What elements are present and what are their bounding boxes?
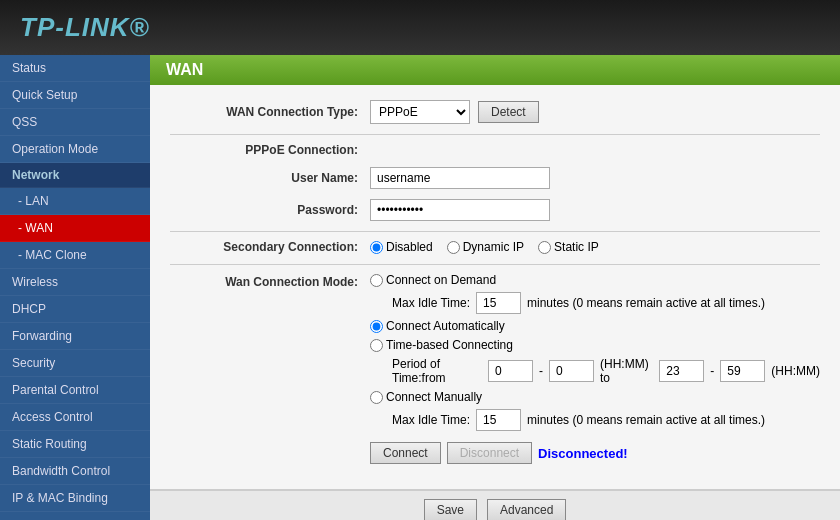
sidebar-item-access-control[interactable]: Access Control [0, 404, 150, 431]
sidebar-item-wan[interactable]: - WAN [0, 215, 150, 242]
secondary-disabled-label: Disabled [386, 240, 433, 254]
max-idle-suffix2: minutes (0 means remain active at all ti… [527, 413, 765, 427]
max-idle-suffix1: minutes (0 means remain active at all ti… [527, 296, 765, 310]
bottom-bar: Save Advanced [150, 489, 840, 520]
sidebar-item-lan[interactable]: - LAN [0, 188, 150, 215]
connect-automatically-radio[interactable] [370, 320, 383, 333]
pppoe-connection-row: PPPoE Connection: [170, 143, 820, 157]
period-label: Period of Time:from [392, 357, 482, 385]
connect-on-demand-label: Connect on Demand [386, 273, 496, 287]
time-hhmm-label: (HH:MM) to [600, 357, 653, 385]
time-based-row: Time-based Connecting [370, 338, 820, 352]
username-input[interactable] [370, 167, 550, 189]
secondary-connection-controls: Disabled Dynamic IP Static IP [370, 240, 599, 254]
time-hhmm2-label: (HH:MM) [771, 364, 820, 378]
secondary-disabled-radio[interactable] [370, 241, 383, 254]
sidebar-item-dynamic-dns[interactable]: Dynamic DNS [0, 512, 150, 520]
password-label: Password: [170, 203, 370, 217]
secondary-dynamic-ip-radio[interactable] [447, 241, 460, 254]
wan-connection-type-label: WAN Connection Type: [170, 105, 370, 119]
sidebar-item-bandwidth-control[interactable]: Bandwidth Control [0, 458, 150, 485]
save-button[interactable]: Save [424, 499, 477, 520]
sidebar-item-operation-mode[interactable]: Operation Mode [0, 136, 150, 163]
sidebar-item-security[interactable]: Security [0, 350, 150, 377]
secondary-static-ip-label: Static IP [554, 240, 599, 254]
logo: TP-LINK® [20, 12, 150, 43]
header: TP-LINK® [0, 0, 840, 55]
logo-text: TP-LINK [20, 12, 130, 42]
time-to1-input[interactable] [659, 360, 704, 382]
sidebar-item-status[interactable]: Status [0, 55, 150, 82]
sidebar-item-network[interactable]: Network [0, 163, 150, 188]
connect-manually-option[interactable]: Connect Manually [370, 390, 482, 404]
time-based-label: Time-based Connecting [386, 338, 513, 352]
wan-mode-options: Connect on Demand Max Idle Time: minutes… [370, 273, 820, 464]
wan-connection-type-controls: PPPoE Dynamic IP Static IP L2TP PPTP Det… [370, 100, 539, 124]
secondary-dynamic-ip-option[interactable]: Dynamic IP [447, 240, 524, 254]
sidebar-item-mac-clone[interactable]: - MAC Clone [0, 242, 150, 269]
logo-suffix: ® [130, 12, 150, 42]
time-from2-input[interactable] [549, 360, 594, 382]
max-idle-label2: Max Idle Time: [392, 413, 470, 427]
sidebar: Status Quick Setup QSS Operation Mode Ne… [0, 55, 150, 520]
wan-connection-type-row: WAN Connection Type: PPPoE Dynamic IP St… [170, 100, 820, 124]
time-separator1: - [539, 364, 543, 378]
sidebar-item-static-routing[interactable]: Static Routing [0, 431, 150, 458]
username-label: User Name: [170, 171, 370, 185]
secondary-disabled-option[interactable]: Disabled [370, 240, 433, 254]
connect-automatically-row: Connect Automatically [370, 319, 820, 333]
sidebar-item-ip-mac-binding[interactable]: IP & MAC Binding [0, 485, 150, 512]
connect-button[interactable]: Connect [370, 442, 441, 464]
connect-on-demand-row: Connect on Demand [370, 273, 820, 287]
page-title: WAN [150, 55, 840, 85]
sidebar-item-parental-control[interactable]: Parental Control [0, 377, 150, 404]
connect-disconnect-row: Connect Disconnect Disconnected! [370, 442, 820, 464]
disconnect-button[interactable]: Disconnect [447, 442, 532, 464]
connect-automatically-option[interactable]: Connect Automatically [370, 319, 505, 333]
sidebar-item-wireless[interactable]: Wireless [0, 269, 150, 296]
connect-manually-label: Connect Manually [386, 390, 482, 404]
max-idle-label1: Max Idle Time: [392, 296, 470, 310]
sidebar-item-forwarding[interactable]: Forwarding [0, 323, 150, 350]
secondary-connection-row: Secondary Connection: Disabled Dynamic I… [170, 240, 820, 254]
connect-manually-row: Connect Manually [370, 390, 820, 404]
time-based-option[interactable]: Time-based Connecting [370, 338, 513, 352]
connect-manually-radio[interactable] [370, 391, 383, 404]
sidebar-item-quick-setup[interactable]: Quick Setup [0, 82, 150, 109]
time-separator2: - [710, 364, 714, 378]
period-of-time-row: Period of Time:from - (HH:MM) to - (HH:M… [392, 357, 820, 385]
content-area: WAN WAN Connection Type: PPPoE Dynamic I… [150, 55, 840, 520]
secondary-dynamic-ip-label: Dynamic IP [463, 240, 524, 254]
wan-form: WAN Connection Type: PPPoE Dynamic IP St… [150, 85, 840, 489]
password-controls [370, 199, 550, 221]
max-idle-input1[interactable] [476, 292, 521, 314]
main-layout: Status Quick Setup QSS Operation Mode Ne… [0, 55, 840, 520]
wan-connection-type-select[interactable]: PPPoE Dynamic IP Static IP L2TP PPTP [370, 100, 470, 124]
time-based-radio[interactable] [370, 339, 383, 352]
detect-button[interactable]: Detect [478, 101, 539, 123]
advanced-button[interactable]: Advanced [487, 499, 566, 520]
max-idle-time-row1: Max Idle Time: minutes (0 means remain a… [392, 292, 820, 314]
sidebar-item-qss[interactable]: QSS [0, 109, 150, 136]
sidebar-item-dhcp[interactable]: DHCP [0, 296, 150, 323]
connect-automatically-label: Connect Automatically [386, 319, 505, 333]
max-idle-time-row2: Max Idle Time: minutes (0 means remain a… [392, 409, 820, 431]
secondary-static-ip-radio[interactable] [538, 241, 551, 254]
connect-on-demand-radio[interactable] [370, 274, 383, 287]
username-row: User Name: [170, 167, 820, 189]
connect-on-demand-option[interactable]: Connect on Demand [370, 273, 496, 287]
password-input[interactable] [370, 199, 550, 221]
password-row: Password: [170, 199, 820, 221]
pppoe-connection-label: PPPoE Connection: [170, 143, 370, 157]
max-idle-input2[interactable] [476, 409, 521, 431]
secondary-static-ip-option[interactable]: Static IP [538, 240, 599, 254]
wan-connection-mode-label: Wan Connection Mode: [170, 273, 370, 289]
wan-connection-mode-row: Wan Connection Mode: Connect on Demand M… [170, 273, 820, 464]
secondary-connection-label: Secondary Connection: [170, 240, 370, 254]
username-controls [370, 167, 550, 189]
time-from1-input[interactable] [488, 360, 533, 382]
time-to2-input[interactable] [720, 360, 765, 382]
connection-status: Disconnected! [538, 446, 628, 461]
